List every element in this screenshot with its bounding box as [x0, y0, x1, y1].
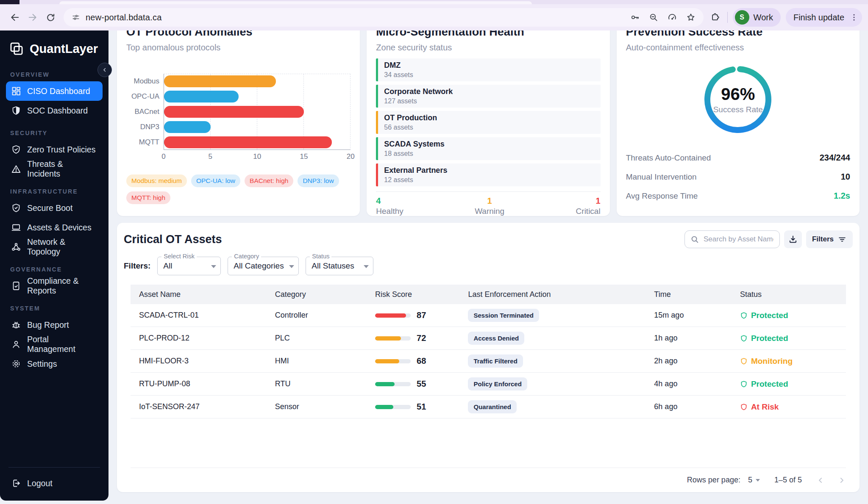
sidebar-item-threats-incidents[interactable]: Threats & Incidents — [6, 159, 103, 179]
pagination-controls — [816, 476, 846, 485]
active-tab[interactable] — [59, 1, 532, 4]
sidebar-item-ciso-dashboard[interactable]: CISO Dashboard — [6, 81, 103, 101]
shield-check-icon — [11, 203, 21, 213]
card-critical-ot-assets: Critical OT Assets Filters Fi — [117, 223, 860, 492]
shield-half-icon — [11, 105, 21, 116]
status-label: Protected — [751, 379, 788, 389]
zone-row-ot-production: OT Production 56 assets — [376, 111, 600, 134]
shield-status-icon — [740, 312, 748, 319]
rows-per-page-select[interactable]: 5 — [748, 476, 760, 485]
card-micro-segmentation-health: Micro-Segmentation Health Zone security … — [367, 30, 609, 216]
stat-value: 234/244 — [820, 153, 850, 163]
browser-menu-dots-icon[interactable] — [849, 13, 859, 22]
rows-per-page: Rows per page: 5 — [687, 476, 760, 485]
logout-button[interactable]: Logout — [6, 474, 103, 493]
browser-toolbar: new-portal.bdata.ca S Work Finish update — [0, 4, 868, 30]
filters-label: Filters: — [124, 261, 150, 271]
summary-critical: 1 Critical — [576, 196, 601, 216]
extensions-puzzle-icon[interactable] — [709, 12, 721, 23]
select-category[interactable]: Category All Categories — [228, 257, 299, 275]
filter-lines-icon — [837, 235, 847, 244]
zone-row-dmz: DMZ 34 assets — [376, 58, 600, 81]
col-category: Category — [267, 290, 367, 299]
next-page-button[interactable] — [837, 476, 846, 485]
severity-badge: Modbus: medium — [126, 174, 187, 187]
bar-dnp3 — [164, 121, 211, 133]
time-cell: 6h ago — [645, 402, 732, 411]
status-label: Protected — [751, 334, 788, 343]
risk-bar-track — [375, 359, 411, 363]
bar-chart-ylabels: Modbus OPC-UA BACnet DNP3 MQTT — [126, 74, 164, 150]
brand: QuantLayer — [6, 41, 103, 57]
address-bar[interactable]: new-portal.bdata.ca — [64, 8, 704, 27]
asset-search[interactable] — [684, 230, 780, 248]
asset-name: PLC-PROD-12 — [131, 334, 267, 343]
action-cell: Policy Enforced — [459, 377, 645, 390]
main-content: OT Protocol Anomalies Top anomalous prot… — [108, 30, 868, 504]
ylabel: DNP3 — [126, 119, 164, 135]
col-time: Time — [645, 290, 732, 299]
forward-button[interactable] — [24, 8, 42, 26]
performance-gauge-icon[interactable] — [667, 12, 677, 22]
zone-assets: 12 assets — [384, 176, 594, 184]
back-button[interactable] — [6, 8, 24, 26]
enforcement-action-badge: Access Denied — [468, 332, 524, 345]
select-status[interactable]: Status All Statuses — [306, 257, 373, 275]
section-label-infrastructure: INFRASTRUCTURE — [10, 188, 98, 195]
card-subtitle: Auto-containment effectiveness — [626, 43, 850, 53]
risk-value: 87 — [417, 310, 426, 320]
sidebar-item-compliance-reports[interactable]: Compliance & Reports — [6, 276, 103, 296]
url-text[interactable]: new-portal.bdata.ca — [86, 13, 625, 22]
sidebar: QuantLayer OVERVIEW CISO Dashboard SOC D… — [0, 30, 108, 501]
asset-name: SCADA-CTRL-01 — [131, 311, 267, 320]
table-row: PLC-PROD-12 PLC 72 Access Denied 1h ago … — [131, 327, 846, 350]
window-edge — [0, 0, 19, 4]
risk-bar-track — [375, 313, 411, 318]
zoom-out-icon[interactable] — [648, 12, 659, 22]
asset-category: RTU — [267, 379, 367, 388]
sidebar-item-zero-trust-policies[interactable]: Zero Trust Policies — [6, 140, 103, 159]
filters-button-label: Filters — [812, 235, 834, 244]
sidebar-item-settings[interactable]: Settings — [6, 354, 103, 374]
reload-button[interactable] — [42, 8, 59, 26]
filters-button[interactable]: Filters — [806, 230, 853, 248]
xtick: 10 — [253, 152, 261, 161]
sidebar-item-portal-management[interactable]: Portal Management — [6, 335, 103, 354]
zone-assets: 34 assets — [384, 71, 594, 79]
severity-badge: MQTT: high — [126, 191, 170, 204]
profile-button[interactable]: S Work — [733, 8, 781, 27]
asset-name: HMI-FLOOR-3 — [131, 357, 267, 366]
col-risk-score: Risk Score — [367, 290, 459, 299]
section-label-system: SYSTEM — [10, 305, 98, 312]
document-check-icon — [11, 281, 21, 291]
sidebar-item-network-topology[interactable]: Network & Topology — [6, 237, 103, 257]
status-cell: At Risk — [732, 402, 846, 412]
chevron-left-icon — [816, 476, 825, 485]
password-key-icon[interactable] — [630, 12, 640, 22]
zone-name: DMZ — [384, 61, 594, 70]
download-button[interactable] — [784, 230, 802, 248]
sidebar-item-soc-dashboard[interactable]: SOC Dashboard — [6, 101, 103, 120]
risk-cell: 68 — [367, 356, 459, 366]
bookmark-star-icon[interactable] — [686, 12, 696, 22]
search-input[interactable] — [703, 235, 774, 244]
sidebar-item-bug-report[interactable]: Bug Report — [6, 315, 103, 335]
risk-bar-track — [375, 405, 411, 409]
previous-page-button[interactable] — [816, 476, 825, 485]
rows-per-page-value: 5 — [748, 476, 752, 485]
col-last-enforcement-action: Last Enforcement Action — [459, 290, 645, 299]
stat-value: 1.2s — [834, 191, 850, 201]
sidebar-item-secure-boot[interactable]: Secure Boot — [6, 198, 103, 218]
bar-mqtt — [164, 136, 332, 148]
col-status: Status — [732, 290, 846, 299]
zone-assets: 56 assets — [384, 124, 594, 131]
risk-cell: 72 — [367, 333, 459, 343]
finish-update-button[interactable]: Finish update — [786, 8, 862, 27]
sidebar-item-assets-devices[interactable]: Assets & Devices — [6, 218, 103, 237]
zone-assets: 18 assets — [384, 150, 594, 158]
site-settings-icon[interactable] — [71, 13, 81, 22]
time-cell: 1h ago — [645, 334, 732, 343]
sidebar-collapse-button[interactable] — [97, 63, 112, 77]
logout-label: Logout — [27, 479, 53, 488]
select-risk[interactable]: Select Risk All — [157, 257, 221, 275]
